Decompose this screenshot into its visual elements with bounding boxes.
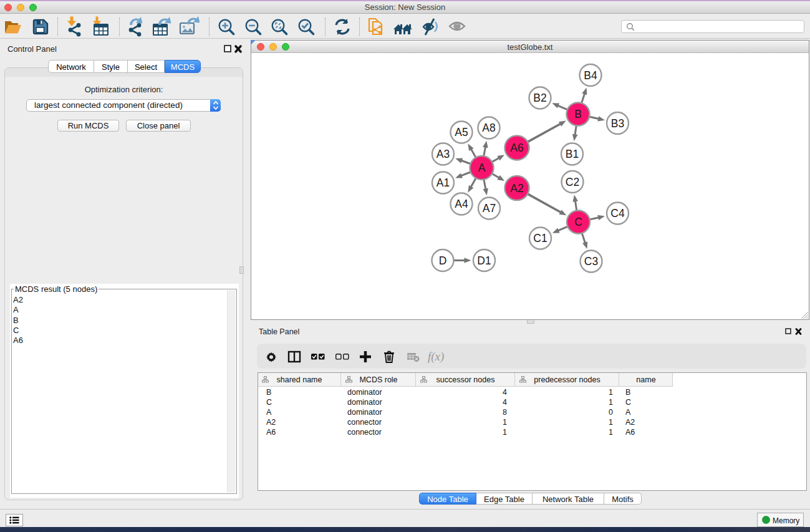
svg-text:A5: A5 bbox=[455, 126, 468, 138]
svg-text:D1: D1 bbox=[477, 254, 491, 267]
svg-text:B1: B1 bbox=[566, 148, 579, 160]
svg-text:C3: C3 bbox=[584, 255, 598, 268]
svg-text:B2: B2 bbox=[533, 92, 546, 104]
svg-text:B4: B4 bbox=[584, 69, 597, 82]
svg-text:B: B bbox=[574, 108, 582, 120]
svg-text:C: C bbox=[574, 216, 582, 228]
svg-text:A4: A4 bbox=[455, 198, 468, 210]
svg-text:A1: A1 bbox=[436, 177, 450, 189]
svg-text:C4: C4 bbox=[610, 207, 625, 220]
svg-text:D: D bbox=[439, 254, 447, 267]
svg-text:C1: C1 bbox=[533, 232, 547, 244]
svg-text:A: A bbox=[478, 162, 486, 174]
svg-text:A2: A2 bbox=[510, 182, 523, 195]
svg-text:A3: A3 bbox=[436, 148, 450, 160]
svg-text:A7: A7 bbox=[483, 202, 496, 215]
svg-text:B3: B3 bbox=[611, 117, 624, 130]
svg-text:A8: A8 bbox=[482, 122, 495, 134]
svg-text:C2: C2 bbox=[566, 176, 579, 188]
svg-text:A6: A6 bbox=[510, 142, 523, 154]
